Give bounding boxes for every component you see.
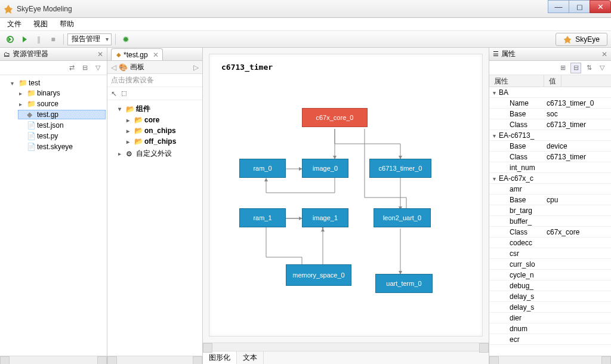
stop-button[interactable]: ■: [47, 33, 60, 46]
properties-tab-close[interactable]: ✕: [601, 50, 607, 58]
tree-item-binarys[interactable]: ▸ 📁 binarys: [18, 88, 106, 98]
palette-search-input[interactable]: 点击搜索设备: [107, 74, 202, 87]
property-row[interactable]: curr_slo: [489, 259, 611, 270]
node-image1[interactable]: image_1: [302, 208, 348, 227]
property-row[interactable]: Basecpu: [489, 195, 611, 205]
node-memory-space[interactable]: memory_space_0: [286, 264, 351, 286]
report-mgmt-combo[interactable]: 报告管理: [67, 33, 112, 45]
property-row[interactable]: Classc6713_timer: [489, 119, 611, 130]
node-uart[interactable]: leon2_uart_0: [374, 208, 431, 227]
explorer-hscroll[interactable]: [0, 356, 107, 364]
prop-btn-2[interactable]: ⊟: [570, 63, 581, 73]
property-row[interactable]: delay_s: [489, 291, 611, 302]
menu-file[interactable]: 文件: [2, 18, 26, 30]
node-ram0[interactable]: ram_0: [239, 159, 286, 178]
toolbar-separator: [115, 34, 116, 45]
node-ram1[interactable]: ram_1: [239, 208, 286, 227]
skyeye-icon: [563, 35, 572, 44]
diagram-canvas[interactable]: c6713_timer c67x_core_0 ram_0: [203, 48, 489, 343]
tree-item-test.py[interactable]: 📄 test.py: [18, 131, 106, 141]
explorer-title: 资源管理器: [13, 49, 48, 59]
tree-item-test.skyeye[interactable]: 📄 test.skyeye: [18, 142, 106, 152]
view-menu-button[interactable]: ▽: [92, 63, 103, 73]
pause-button[interactable]: ‖: [32, 33, 45, 46]
palette-back-button[interactable]: ◁: [111, 63, 116, 72]
properties-header: 属性 值: [489, 75, 611, 87]
property-row[interactable]: ▾EA-c6713_: [489, 130, 611, 141]
node-uart-term[interactable]: uart_term_0: [375, 274, 433, 293]
select-tool-icon[interactable]: ↖: [111, 90, 117, 98]
canvas-footer-tabs: 图形化 文本: [203, 351, 489, 364]
property-row[interactable]: ▾EA-c67x_c: [489, 173, 611, 184]
palette-board-label: 画板: [130, 62, 144, 72]
debug-button[interactable]: ✹: [119, 33, 132, 46]
property-row[interactable]: dier: [489, 313, 611, 323]
project-tree[interactable]: ▾📁test ▸ 📁 binarys ▸ 📁 source ◆ test.gp …: [0, 75, 107, 356]
window-maximize-button[interactable]: ◻: [569, 0, 590, 13]
window-title: SkyEye Modeling: [17, 5, 72, 13]
property-row[interactable]: delay_s: [489, 302, 611, 313]
property-row[interactable]: Namec6713_timer_0: [489, 98, 611, 109]
window-minimize-button[interactable]: —: [548, 0, 569, 13]
prop-btn-4[interactable]: ▽: [597, 63, 607, 73]
property-row[interactable]: int_num: [489, 162, 611, 173]
link-editor-button[interactable]: ⇄: [66, 63, 77, 73]
node-core[interactable]: c67x_core_0: [302, 108, 368, 127]
menubar: 文件 视图 帮助: [0, 18, 611, 31]
window-close-button[interactable]: ✕: [590, 0, 611, 13]
property-row[interactable]: ecr: [489, 334, 611, 345]
window-titlebar: SkyEye Modeling — ◻ ✕: [0, 0, 611, 18]
explorer-icon: 🗂: [4, 51, 10, 58]
properties-body[interactable]: ▾BANamec6713_timer_0BasesocClassc6713_ti…: [489, 87, 611, 356]
main-toolbar: ‖ ■ 报告管理 ✹ SkyEye: [0, 31, 611, 48]
file-icon: ◆: [116, 51, 121, 58]
property-row[interactable]: Basesoc: [489, 109, 611, 119]
node-timer[interactable]: c6713_timer_0: [369, 159, 431, 178]
prop-btn-1[interactable]: ⊞: [557, 63, 568, 73]
palette-board-icon: 🎨: [119, 63, 128, 72]
connection-layer: [209, 54, 482, 336]
tab-text[interactable]: 文本: [237, 351, 264, 364]
tree-item-source[interactable]: ▸ 📁 source: [18, 99, 106, 109]
property-row[interactable]: br_targ: [489, 205, 611, 216]
property-row[interactable]: Classc67x_core: [489, 227, 611, 237]
palette-collapse-button[interactable]: ▷: [193, 63, 199, 72]
property-row[interactable]: amr: [489, 184, 611, 195]
property-row[interactable]: codecc: [489, 237, 611, 248]
explorer-tab[interactable]: 🗂 资源管理器 ✕: [0, 48, 107, 61]
properties-mini-toolbar: ⊞ ⊟ ⇅ ▽: [489, 61, 611, 75]
property-row[interactable]: buffer_: [489, 216, 611, 227]
menu-view[interactable]: 视图: [29, 18, 53, 30]
canvas-hscroll[interactable]: [203, 343, 489, 351]
run-button[interactable]: [4, 33, 17, 46]
diagram-title: c6713_timer: [221, 63, 273, 72]
palette-hscroll[interactable]: [107, 356, 202, 364]
tab-graphical[interactable]: 图形化: [203, 351, 237, 364]
explorer-tab-close[interactable]: ✕: [97, 50, 103, 58]
editor-tab-testgp[interactable]: ◆ *test.gp ✕: [111, 48, 163, 60]
tree-item-test.json[interactable]: 📄 test.json: [18, 121, 106, 130]
collapse-all-button[interactable]: ⊟: [79, 63, 90, 73]
node-image0[interactable]: image_0: [302, 159, 348, 178]
editor-tab-close[interactable]: ✕: [153, 51, 159, 59]
property-row[interactable]: debug_: [489, 280, 611, 291]
skyeye-brand-button[interactable]: SkyEye: [556, 33, 607, 46]
properties-tab[interactable]: ☰ 属性 ✕: [489, 48, 611, 61]
property-row[interactable]: ▾BA: [489, 87, 611, 98]
property-row[interactable]: Classc6713_timer: [489, 152, 611, 162]
property-row[interactable]: Basedevice: [489, 141, 611, 152]
palette-tool-row: ↖: [107, 87, 202, 100]
start-button[interactable]: [18, 33, 31, 46]
tree-item-test.gp[interactable]: ◆ test.gp: [18, 110, 106, 119]
app-icon: [4, 4, 13, 14]
menu-help[interactable]: 帮助: [55, 18, 79, 30]
properties-panel: ☰ 属性 ✕ ⊞ ⊟ ⇅ ▽ 属性 值 ▾BANamec6713_timer_0…: [489, 48, 611, 364]
resource-explorer-panel: 🗂 资源管理器 ✕ ⇄ ⊟ ▽ ▾📁test ▸ 📁 binarys ▸ 📁 s…: [0, 48, 107, 364]
properties-hscroll[interactable]: [489, 356, 611, 364]
marquee-tool-icon[interactable]: [122, 91, 126, 96]
prop-btn-3[interactable]: ⇅: [584, 63, 594, 73]
property-row[interactable]: csr: [489, 248, 611, 259]
property-row[interactable]: dnum: [489, 323, 611, 334]
palette-tree[interactable]: ▾📂组件 ▸📂core ▸📂on_chips ▸📂off_chips ▸⚙自定义…: [107, 100, 202, 356]
property-row[interactable]: cycle_n: [489, 270, 611, 280]
